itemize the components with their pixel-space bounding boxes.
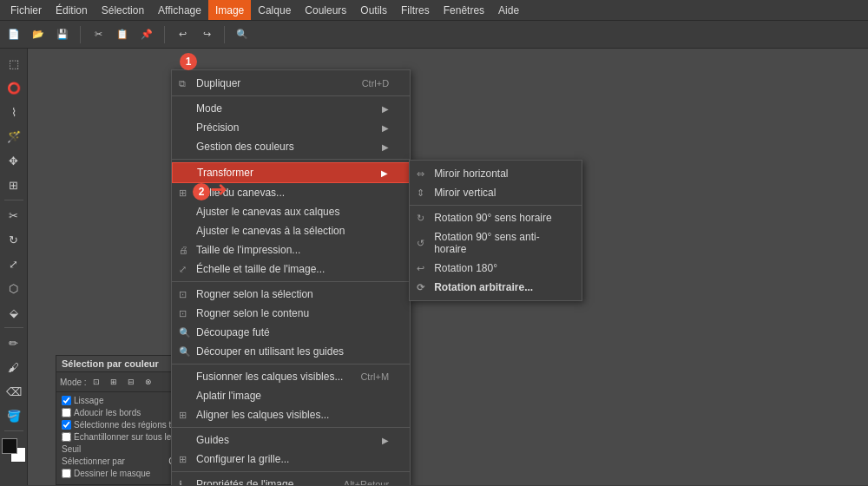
lissage-checkbox[interactable]	[62, 396, 71, 405]
taille-canevas-icon: ⊞	[179, 187, 187, 199]
menu-affichage[interactable]: Affichage	[151, 0, 208, 20]
aligner-label: Aligner les calques visibles...	[196, 409, 329, 421]
redo-btn[interactable]: ↪	[196, 24, 217, 45]
new-file-btn[interactable]: 📄	[3, 24, 24, 45]
menu-taille-impression[interactable]: 🖨 Taille de l'impression...	[172, 240, 410, 259]
tool-align[interactable]: ⊞	[3, 174, 25, 196]
rotation-180-icon: ↩	[417, 263, 424, 274]
submenu-miroir-h[interactable]: ⇔ Miroir horizontal	[410, 164, 582, 183]
precision-arrow: ▶	[382, 123, 389, 133]
tool-crop[interactable]: ✂	[3, 204, 25, 227]
fusionner-label: Fusionner les calques visibles...	[196, 371, 343, 383]
tool-perspective[interactable]: ⬙	[3, 301, 25, 324]
menu-aide[interactable]: Aide	[491, 0, 526, 20]
copy-btn[interactable]: 📋	[112, 24, 133, 45]
tool-select-rect[interactable]: ⬚	[3, 52, 25, 75]
menu-ajuster-selection[interactable]: Ajuster le canevas à la sélection	[172, 221, 410, 240]
mode-arrow: ▶	[382, 104, 389, 114]
menu-calque[interactable]: Calque	[251, 0, 298, 20]
submenu-rotation-180[interactable]: ↩ Rotation 180°	[410, 259, 582, 278]
menu-precision[interactable]: Précision ▶	[172, 118, 410, 137]
miroir-v-icon: ⇕	[417, 187, 424, 199]
zoom-btn[interactable]: 🔍	[232, 24, 253, 45]
menu-decoupage-fute[interactable]: 🔍 Découpage futé	[172, 323, 410, 342]
echantillonner-checkbox[interactable]	[62, 432, 71, 442]
paste-btn[interactable]: 📌	[136, 24, 157, 45]
aligner-icon: ⊞	[179, 410, 187, 421]
menu-ajuster-calques[interactable]: Ajuster le canevas aux calques	[172, 202, 410, 221]
menu-dupliquer[interactable]: ⧉ Dupliquer Ctrl+D	[172, 74, 410, 93]
mode-btn-1[interactable]: ⊡	[89, 374, 104, 390]
color-swatches[interactable]	[0, 437, 28, 464]
tool-move[interactable]: ✥	[3, 149, 25, 172]
miroir-h-label: Miroir horizontal	[434, 167, 508, 180]
menu-aligner[interactable]: ⊞ Aligner les calques visibles...	[172, 405, 410, 424]
tool-rotate[interactable]: ↻	[3, 228, 25, 251]
decouper-guides-icon: 🔍	[179, 346, 191, 358]
configurer-grille-label: Configurer la grille...	[196, 453, 289, 465]
tool-eraser[interactable]: ⌫	[3, 380, 25, 403]
menu-fenetres[interactable]: Fenêtres	[437, 0, 491, 20]
tool-scale[interactable]: ⤢	[3, 253, 25, 275]
cut-btn[interactable]: ✂	[88, 24, 108, 45]
decouper-guides-label: Découper en utilisant les guides	[196, 345, 344, 358]
adoucir-checkbox[interactable]	[62, 408, 71, 417]
image-menu-popup: ⧉ Dupliquer Ctrl+D Mode ▶ Précision ▶ Ge…	[171, 69, 411, 485]
menu-aplatir[interactable]: Aplatir l'image	[172, 386, 410, 405]
mode-btn-3[interactable]: ⊟	[123, 374, 139, 390]
proprietes-shortcut: Alt+Retour	[344, 479, 389, 485]
tool-select-free[interactable]: ⌇	[3, 101, 25, 123]
menu-echelle[interactable]: ⤢ Échelle et taille de l'image...	[172, 259, 410, 279]
menu-rogner-selection[interactable]: ⊡ Rogner selon la sélection	[172, 285, 410, 304]
aplatir-label: Aplatir l'image	[196, 390, 261, 402]
tool-shear[interactable]: ⬡	[3, 277, 25, 299]
tool-pencil[interactable]: ✏	[3, 332, 25, 354]
tool-brush[interactable]: 🖌	[3, 356, 25, 378]
menu-outils[interactable]: Outils	[353, 0, 394, 20]
menu-decouper-guides[interactable]: 🔍 Découper en utilisant les guides	[172, 342, 410, 361]
undo-btn[interactable]: ↩	[172, 24, 193, 45]
menu-fichier[interactable]: Fichier	[3, 0, 49, 20]
submenu-rotation-90h[interactable]: ↻ Rotation 90° sens horaire	[410, 208, 582, 227]
rogner-selection-icon: ⊡	[179, 289, 187, 300]
menu-mode[interactable]: Mode ▶	[172, 99, 410, 118]
seuil-label: Seuil	[62, 444, 81, 454]
submenu-rotation-90ah[interactable]: ↺ Rotation 90° sens anti-horaire	[410, 227, 582, 259]
rogner-selection-label: Rogner selon la sélection	[196, 288, 313, 300]
menu-couleurs[interactable]: Couleurs	[298, 0, 353, 20]
menu-edition[interactable]: Édition	[49, 0, 95, 20]
menu-fusionner[interactable]: Fusionner les calques visibles... Ctrl+M	[172, 367, 410, 386]
dessiner-checkbox[interactable]	[62, 469, 71, 478]
menu-guides[interactable]: Guides ▶	[172, 430, 410, 450]
menu-image[interactable]: Image	[208, 0, 251, 20]
save-btn[interactable]: 💾	[52, 24, 73, 45]
echelle-label: Échelle et taille de l'image...	[196, 263, 325, 275]
menubar: Fichier Édition Sélection Affichage Imag…	[0, 0, 868, 21]
rotation-180-label: Rotation 180°	[434, 262, 497, 274]
menu-rogner-contenu[interactable]: ⊡ Rogner selon le contenu	[172, 304, 410, 323]
tool-fill[interactable]: 🪣	[3, 404, 25, 427]
menu-proprietes[interactable]: ℹ Propriétés de l'image Alt+Retour	[172, 475, 410, 485]
taille-impression-label: Taille de l'impression...	[196, 244, 300, 256]
menu-filtres[interactable]: Filtres	[394, 0, 437, 20]
fg-color-swatch[interactable]	[2, 438, 17, 454]
configurer-grille-icon: ⊞	[179, 454, 187, 465]
submenu-rotation-arb[interactable]: ⟳ Rotation arbitraire...	[410, 278, 582, 297]
tool-select-fuzzy[interactable]: 🪄	[3, 125, 25, 148]
mode-btn-2[interactable]: ⊞	[106, 374, 122, 390]
menu-gestion-couleurs[interactable]: Gestion des couleurs ▶	[172, 137, 410, 156]
open-file-btn[interactable]: 📂	[28, 24, 49, 45]
selectionne-checkbox[interactable]	[62, 420, 71, 430]
menu-configurer-grille[interactable]: ⊞ Configurer la grille...	[172, 450, 410, 469]
menu-selection[interactable]: Sélection	[95, 0, 151, 20]
submenu-miroir-v[interactable]: ⇕ Miroir vertical	[410, 183, 582, 202]
menu-transformer[interactable]: Transformer ▶ ⇔ Miroir horizontal ⇕ Miro…	[172, 162, 410, 183]
taille-impression-icon: 🖨	[179, 245, 188, 255]
tool-select-ellipse[interactable]: ⭕	[3, 76, 25, 99]
mode-btn-4[interactable]: ⊗	[141, 374, 156, 390]
ajuster-calques-label: Ajuster le canevas aux calques	[196, 206, 339, 218]
dessiner-label: Dessiner le masque	[74, 469, 150, 478]
transformer-arrow: ▶	[381, 168, 388, 178]
guides-label: Guides	[196, 434, 229, 446]
mode-label: Mode	[196, 102, 222, 115]
